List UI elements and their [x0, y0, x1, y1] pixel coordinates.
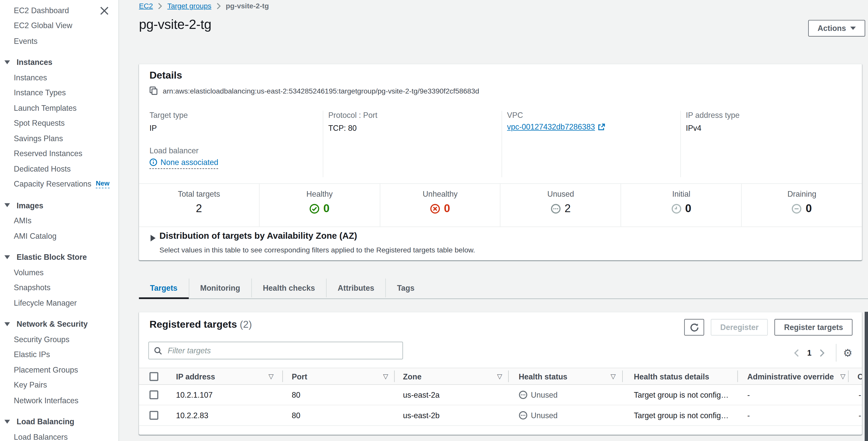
actions-button[interactable]: Actions — [808, 20, 865, 37]
section-header-label: Elastic Block Store — [17, 253, 87, 262]
cell-administrative-override: - — [747, 411, 750, 420]
sidebar-item-placement-groups[interactable]: Placement Groups — [0, 362, 119, 377]
ip-address-type-label: IP address type — [686, 111, 740, 120]
column-divider[interactable] — [508, 371, 509, 382]
register-targets-button[interactable]: Register targets — [775, 319, 852, 336]
column-header-health-status-details[interactable]: Health status details — [634, 372, 709, 381]
select-all-checkbox[interactable] — [150, 372, 158, 381]
filter-icon[interactable]: ▽ — [269, 372, 274, 380]
scrollbar-strip[interactable] — [865, 312, 868, 441]
sidebar-item-capacity-reservations[interactable]: Capacity ReservationsNew — [0, 176, 119, 192]
search-icon — [154, 347, 162, 355]
sidebar-section-header-load-balancing[interactable]: Load Balancing — [0, 414, 119, 429]
distribution-section[interactable]: Distribution of targets by Availability … — [139, 227, 862, 260]
sidebar-item-reserved-instances[interactable]: Reserved Instances — [0, 146, 119, 161]
sidebar-section-header-instances[interactable]: Instances — [0, 55, 119, 70]
arn-row: arn:aws:elasticloadbalancing:us-east-2:5… — [150, 86, 479, 95]
vpc-value-wrap: vpc-00127432db7286383 — [507, 122, 605, 131]
sidebar-item-instance-types[interactable]: Instance Types — [0, 85, 119, 100]
column-divider[interactable] — [848, 371, 848, 382]
copy-icon[interactable] — [150, 86, 158, 95]
column-divider[interactable] — [622, 371, 623, 382]
sidebar-item-lifecycle-manager[interactable]: Lifecycle Manager — [0, 295, 119, 311]
sidebar-item-volumes[interactable]: Volumes — [0, 265, 119, 280]
sidebar-item-ami-catalog[interactable]: AMI Catalog — [0, 228, 119, 243]
refresh-button[interactable] — [684, 319, 704, 336]
close-icon[interactable] — [99, 6, 109, 16]
tab-monitoring[interactable]: Monitoring — [189, 277, 251, 299]
counter-label: Total targets — [139, 189, 259, 198]
column-header-administrative-override[interactable]: Administrative override — [747, 372, 834, 381]
counter-label: Unused — [501, 189, 621, 198]
vpc-id: vpc-00127432db7286383 — [507, 122, 595, 131]
column-header-ip-address[interactable]: IP address — [176, 372, 215, 381]
tab-tags[interactable]: Tags — [386, 277, 426, 299]
sidebar-item-launch-templates[interactable]: Launch Templates — [0, 100, 119, 115]
filter-icon[interactable]: ▽ — [383, 372, 388, 380]
tab-attributes[interactable]: Attributes — [327, 277, 385, 299]
table-row[interactable]: 10.2.1.107 80 us-east-2a Unused Target g… — [139, 385, 862, 406]
column-header-zone[interactable]: Zone — [403, 372, 422, 381]
table-row[interactable]: 10.2.2.83 80 us-east-2b Unused Target gr… — [139, 405, 862, 426]
deregister-button[interactable]: Deregister — [711, 319, 768, 336]
sidebar-item-events[interactable]: Events — [0, 33, 119, 49]
sidebar-item-network-interfaces[interactable]: Network Interfaces — [0, 392, 119, 408]
row-checkbox[interactable] — [150, 390, 158, 399]
tab-targets[interactable]: Targets — [139, 277, 188, 299]
breadcrumb-link-ec2[interactable]: EC2 — [139, 2, 153, 10]
filter-icon[interactable]: ▽ — [611, 372, 616, 380]
counter-value: 2 — [196, 202, 202, 215]
health-status-text: Unused — [531, 411, 557, 420]
sidebar-item-instances[interactable]: Instances — [0, 70, 119, 85]
sidebar-item-spot-requests[interactable]: Spot Requests — [0, 116, 119, 131]
cell-health-status-details: Target group is not config… — [634, 390, 728, 399]
tab-health-checks[interactable]: Health checks — [252, 277, 326, 299]
vpc-link[interactable]: vpc-00127432db7286383 — [507, 122, 605, 131]
column-divider[interactable] — [737, 371, 738, 382]
refresh-icon — [690, 323, 699, 332]
breadcrumb-link-target-groups[interactable]: Target groups — [167, 2, 211, 10]
section-header-label: Load Balancing — [17, 417, 74, 426]
column-divider[interactable] — [394, 371, 395, 382]
column-header-health-status[interactable]: Health status — [519, 372, 567, 381]
settings-gear-icon[interactable]: ⚙ — [843, 348, 852, 358]
counter-value: 0 — [323, 202, 329, 215]
filter-icon[interactable]: ▽ — [840, 372, 845, 380]
sidebar-section-header-network-security[interactable]: Network & Security — [0, 317, 119, 332]
column-divider[interactable] — [282, 371, 283, 382]
sidebar-item-elastic-ips[interactable]: Elastic IPs — [0, 347, 119, 362]
expand-triangle-icon — [151, 235, 156, 241]
ip-address-type-value: IPv4 — [686, 123, 701, 132]
previous-page-icon[interactable] — [790, 347, 803, 359]
caret-down-icon — [850, 27, 856, 30]
aws-console-page: EC2 Dashboard EC2 Global View Events Ins… — [0, 0, 868, 441]
filter-targets-input[interactable] — [167, 346, 398, 355]
page-number[interactable]: 1 — [807, 348, 811, 357]
sidebar-item-dedicated-hosts[interactable]: Dedicated Hosts — [0, 161, 119, 176]
sidebar-section-instances: Instances Instances Instance Types Launc… — [0, 55, 119, 192]
sidebar-item-ec2-global-view[interactable]: EC2 Global View — [0, 18, 119, 33]
counter-value: 0 — [444, 202, 450, 215]
counter-unused: Unused 2 — [500, 184, 621, 226]
column-header-port[interactable]: Port — [291, 372, 307, 381]
cell-zone: us-east-2a — [403, 390, 440, 399]
ellipsis-circle-icon — [519, 411, 527, 420]
collapse-triangle-icon — [4, 322, 10, 326]
load-balancer-value-wrap: None associated — [150, 158, 218, 169]
sidebar-item-security-groups[interactable]: Security Groups — [0, 332, 119, 347]
sidebar-item-amis[interactable]: AMIs — [0, 213, 119, 228]
sidebar-item-savings-plans[interactable]: Savings Plans — [0, 131, 119, 146]
sidebar-section-header-ebs[interactable]: Elastic Block Store — [0, 249, 119, 265]
sidebar-section-header-images[interactable]: Images — [0, 198, 119, 213]
sidebar-item-snapshots[interactable]: Snapshots — [0, 280, 119, 295]
load-balancer-none-associated[interactable]: None associated — [150, 158, 218, 169]
row-checkbox[interactable] — [150, 411, 158, 420]
registered-targets-count: (2) — [240, 319, 252, 330]
filter-icon[interactable]: ▽ — [497, 372, 502, 380]
sidebar-item-load-balancers[interactable]: Load Balancers — [0, 429, 119, 441]
target-type-label: Target type — [150, 111, 188, 120]
next-page-icon[interactable] — [816, 347, 828, 359]
sidebar-item-key-pairs[interactable]: Key Pairs — [0, 377, 119, 392]
counter-value: 2 — [564, 202, 570, 215]
ellipsis-circle-icon — [551, 204, 561, 213]
